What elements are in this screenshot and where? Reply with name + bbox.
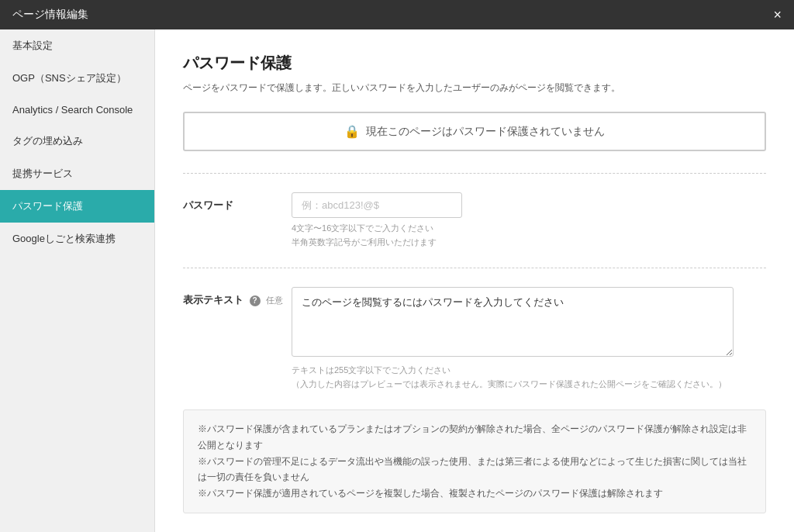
- display-text-input[interactable]: このページを閲覧するにはパスワードを入力してください: [292, 287, 734, 357]
- notice-line-1: ※パスワード保護が含まれているプランまたはオプションの契約が解除された場合、全ペ…: [198, 421, 751, 453]
- sidebar-item-tag[interactable]: タグの埋め込み: [0, 125, 154, 157]
- main-content: パスワード保護 ページをパスワードで保護します。正しいパスワードを入力したユーザ…: [155, 29, 794, 532]
- optional-label: 任意: [266, 295, 283, 305]
- password-field: 4文字〜16文字以下でご入力ください 半角英数字記号がご利用いただけます: [292, 192, 766, 249]
- display-text-label: 表示テキスト ? 任意: [183, 287, 292, 307]
- modal-close-button[interactable]: ×: [773, 8, 782, 22]
- sidebar-item-analytics[interactable]: Analytics / Search Console: [0, 95, 154, 125]
- modal: ページ情報編集 × 基本設定 OGP（SNSシェア設定） Analytics /…: [0, 0, 794, 532]
- password-input[interactable]: [292, 192, 462, 218]
- display-text-hint: テキストは255文字以下でご入力ください （入力した内容はプレビューでは表示され…: [292, 364, 766, 391]
- display-text-row: 表示テキスト ? 任意 このページを閲覧するにはパスワードを入力してください テ…: [183, 287, 766, 391]
- modal-overlay: ページ情報編集 × 基本設定 OGP（SNSシェア設定） Analytics /…: [0, 0, 794, 532]
- section-title: パスワード保護: [183, 53, 766, 74]
- modal-titlebar: ページ情報編集 ×: [0, 0, 794, 29]
- divider-2: [183, 268, 766, 268]
- modal-title: ページ情報編集: [12, 8, 88, 22]
- sidebar-item-service[interactable]: 提携サービス: [0, 157, 154, 190]
- status-button[interactable]: 🔒 現在このページはパスワード保護されていません: [183, 112, 766, 151]
- password-row: パスワード 4文字〜16文字以下でご入力ください 半角英数字記号がご利用いただけ…: [183, 192, 766, 249]
- status-label: 現在このページはパスワード保護されていません: [366, 125, 605, 139]
- sidebar-item-ogp[interactable]: OGP（SNSシェア設定）: [0, 62, 154, 95]
- sidebar-item-password[interactable]: パスワード保護: [0, 190, 154, 223]
- lock-icon: 🔒: [344, 124, 360, 139]
- sidebar-item-basic[interactable]: 基本設定: [0, 29, 154, 62]
- modal-body: 基本設定 OGP（SNSシェア設定） Analytics / Search Co…: [0, 29, 794, 532]
- divider-1: [183, 173, 766, 174]
- section-desc: ページをパスワードで保護します。正しいパスワードを入力したユーザーのみがページを…: [183, 81, 766, 95]
- display-text-field: このページを閲覧するにはパスワードを入力してください テキストは255文字以下で…: [292, 287, 766, 391]
- sidebar: 基本設定 OGP（SNSシェア設定） Analytics / Search Co…: [0, 29, 155, 532]
- notice-box: ※パスワード保護が含まれているプランまたはオプションの契約が解除された場合、全ペ…: [183, 409, 766, 513]
- help-icon[interactable]: ?: [250, 295, 261, 306]
- notice-line-3: ※パスワード保護が適用されているページを複製した場合、複製されたページのパスワー…: [198, 485, 751, 502]
- sidebar-item-google[interactable]: Googleしごと検索連携: [0, 223, 154, 255]
- notice-line-2: ※パスワードの管理不足によるデータ流出や当機能の誤った使用、または第三者による使…: [198, 454, 751, 485]
- password-hint: 4文字〜16文字以下でご入力ください 半角英数字記号がご利用いただけます: [292, 222, 766, 249]
- password-label: パスワード: [183, 192, 292, 212]
